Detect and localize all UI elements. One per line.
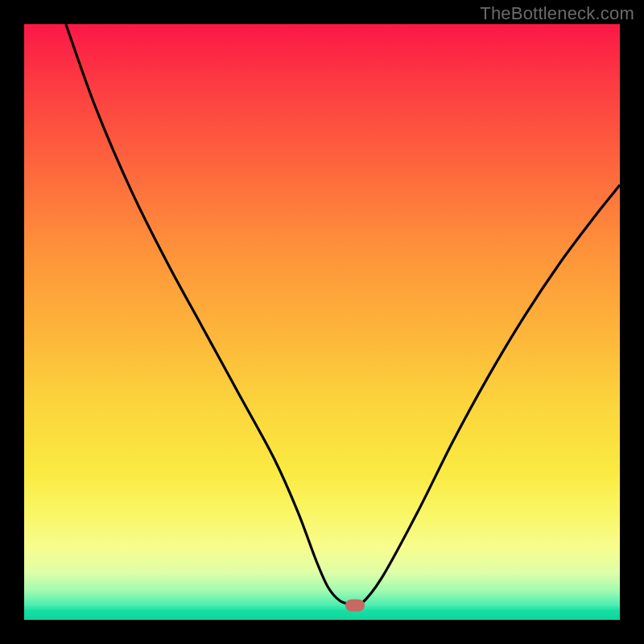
bottleneck-curve [66,24,620,606]
plot-area [24,24,620,620]
chart-frame: TheBottleneck.com [0,0,644,644]
optimal-point-marker [345,600,365,612]
curve-layer [24,24,620,620]
watermark-text: TheBottleneck.com [480,3,634,24]
